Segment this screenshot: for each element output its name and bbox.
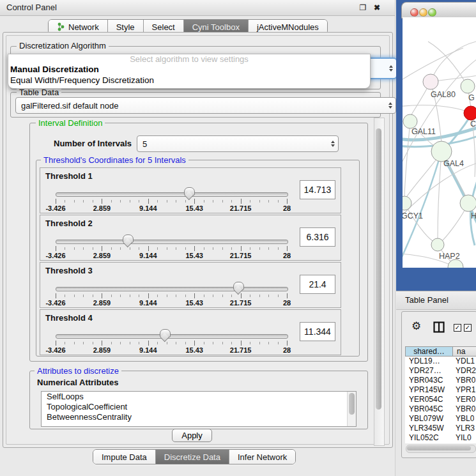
combo-arrows-icon — [388, 102, 392, 109]
network-node-hap2[interactable] — [431, 238, 444, 251]
threshold-slider-track[interactable] — [56, 240, 288, 244]
table-data-combobox[interactable]: galFiltered.sif default node — [15, 97, 396, 114]
checkbox-checked-icon[interactable]: ✓ — [464, 324, 472, 332]
bottom-tab-bar: Impute DataDiscretize DataInfer Network — [93, 449, 296, 464]
table-cell[interactable]: YLR3 — [452, 424, 475, 433]
table-cell[interactable]: YDL1 — [452, 357, 475, 366]
apply-button[interactable]: Apply — [172, 429, 212, 442]
threshold-panel-2: Threshold 2-3.4262.8599.14415.4321.71528… — [40, 215, 341, 261]
content-vertical-scrollbar[interactable] — [374, 118, 385, 446]
network-node-gcy1[interactable] — [403, 196, 411, 210]
network-node-gal80[interactable] — [423, 74, 438, 89]
slider-tick — [194, 341, 195, 346]
slider-tick — [130, 342, 130, 344]
table-row[interactable]: YPR145WYPR1 — [405, 385, 476, 395]
table-cell[interactable]: YLR345W — [405, 424, 452, 433]
slider-tick-label: 28 — [283, 252, 291, 259]
attributes-scrollbar-thumb[interactable] — [349, 393, 355, 415]
attribute-item-betweennesscentrality[interactable]: BetweennessCentrality — [42, 412, 356, 422]
threshold-value-field[interactable]: 21.4 — [300, 275, 335, 294]
network-node-gal11[interactable] — [403, 114, 417, 128]
minimize-window-icon[interactable] — [419, 8, 427, 17]
threshold-slider-thumb[interactable] — [160, 329, 171, 337]
algorithm-option-manual-discretization[interactable]: Manual Discretization — [8, 64, 370, 75]
close-panel-icon[interactable]: ✖ — [372, 3, 382, 13]
slider-tick — [157, 247, 158, 250]
table-cell[interactable]: YIL0 — [452, 433, 472, 443]
table-row[interactable]: YBR045CYBR0 — [405, 404, 476, 414]
slider-tick-label: 9.144 — [139, 204, 157, 212]
split-columns-icon[interactable] — [433, 321, 445, 335]
slider-tick — [148, 341, 149, 346]
attributes-scrollbar[interactable] — [347, 392, 356, 426]
threshold-slider-track[interactable] — [56, 334, 288, 339]
numerical-attributes-list[interactable]: SelfLoopsTopologicalCoefficientBetweenne… — [41, 391, 357, 427]
tab-label: Discretize Data — [164, 452, 220, 462]
network-node-c[interactable] — [464, 106, 476, 120]
slider-tick-label: 2.859 — [93, 346, 111, 354]
threshold-value-field[interactable]: 14.713 — [300, 180, 335, 199]
table-row[interactable]: YDL19…YDL1 — [405, 357, 476, 366]
table-row[interactable]: YER054CYER0 — [405, 395, 476, 404]
network-canvas[interactable]: GAL80GCGAL11GAL4GCY1HHAP2 — [403, 17, 476, 268]
table-row[interactable]: YIL052CYIL0 — [405, 433, 476, 443]
table-cell[interactable]: YBR043C — [405, 376, 452, 385]
threshold-value-field[interactable]: 6.316 — [300, 227, 335, 247]
threshold-slider-thumb[interactable] — [233, 282, 244, 290]
threshold-slider-track[interactable] — [56, 287, 288, 291]
gear-icon[interactable]: ⚙ — [411, 320, 421, 333]
table-row[interactable]: YBL079WYBL0 — [405, 414, 476, 424]
table-cell[interactable]: YBR0 — [452, 404, 475, 414]
slider-tick — [120, 295, 121, 297]
float-window-icon[interactable]: ❐ — [358, 3, 368, 13]
tab-infer-network[interactable]: Infer Network — [229, 450, 295, 464]
table-cell[interactable]: YDR2 — [452, 366, 476, 376]
table-cell[interactable]: YBR045C — [405, 404, 452, 414]
table-horizontal-scrollbar[interactable] — [406, 445, 476, 453]
table-hscrollbar-thumb[interactable] — [407, 446, 471, 450]
table-cell[interactable]: YBR0 — [452, 376, 475, 385]
zoom-window-icon[interactable] — [428, 8, 436, 17]
network-node-g[interactable] — [461, 79, 475, 93]
table-cell[interactable]: YER054C — [405, 395, 452, 404]
table-cell[interactable]: YDL19… — [405, 357, 452, 366]
close-window-icon[interactable] — [410, 8, 418, 17]
slider-tick — [120, 247, 121, 250]
table-cell[interactable]: YPR145W — [405, 385, 452, 395]
threshold-panel-3: Threshold 3-3.4262.8599.14415.4321.71528… — [40, 262, 341, 308]
network-edge — [431, 40, 476, 82]
slider-tick — [148, 293, 149, 298]
table-cell[interactable]: YBL079W — [405, 414, 452, 424]
slider-tick — [185, 247, 186, 250]
tab-impute-data[interactable]: Impute Data — [93, 450, 156, 464]
column-header-shared[interactable]: shared… — [405, 346, 453, 357]
threshold-slider-thumb[interactable] — [123, 234, 134, 243]
slider-tick — [83, 247, 84, 250]
table-row[interactable]: YLR345WYLR3 — [405, 424, 476, 433]
table-cell[interactable]: YBL0 — [452, 414, 474, 424]
table-row[interactable]: YDR27…YDR2 — [405, 366, 476, 376]
table-cell[interactable]: YIL052C — [405, 433, 452, 443]
threshold-slider-thumb[interactable] — [184, 187, 195, 196]
threshold-value-field[interactable]: 11.344 — [300, 322, 335, 341]
table-cell[interactable]: YPR1 — [452, 385, 475, 395]
algorithm-option-equal-width-frequency-discretization[interactable]: Equal Width/Frequency Discretization — [8, 75, 370, 86]
network-node-h[interactable] — [460, 195, 476, 211]
checkbox-checked-icon[interactable]: ✓ — [454, 324, 461, 332]
slider-tick — [194, 293, 195, 298]
tab-discretize-data[interactable]: Discretize Data — [156, 450, 229, 464]
slider-tick — [259, 342, 260, 344]
slider-tick — [176, 295, 176, 297]
slider-tick — [157, 342, 158, 344]
slider-tick — [287, 341, 288, 346]
number-of-intervals-combobox[interactable]: 5 — [137, 135, 339, 152]
table-row[interactable]: YBR043CYBR0 — [405, 376, 476, 385]
attribute-item-topologicalcoefficient[interactable]: TopologicalCoefficient — [42, 402, 356, 412]
content-scrollbar-thumb[interactable] — [376, 128, 381, 410]
table-cell[interactable]: YDR27… — [405, 366, 452, 376]
slider-tick-label: 28 — [283, 204, 291, 212]
table-cell[interactable]: YER0 — [452, 395, 475, 404]
column-header-na[interactable]: na — [453, 346, 476, 357]
attribute-item-selfloops[interactable]: SelfLoops — [42, 392, 356, 402]
threshold-slider-track[interactable] — [56, 192, 288, 197]
